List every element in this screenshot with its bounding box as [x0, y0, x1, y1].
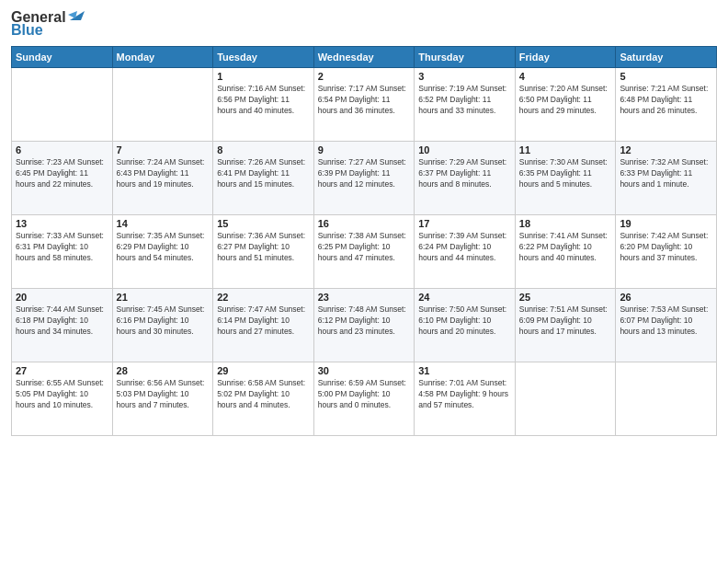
day-cell: 5Sunrise: 7:21 AM Sunset: 6:48 PM Daylig… — [616, 68, 717, 142]
day-info: Sunrise: 7:32 AM Sunset: 6:33 PM Dayligh… — [620, 157, 712, 190]
day-info: Sunrise: 7:23 AM Sunset: 6:45 PM Dayligh… — [16, 157, 108, 190]
day-info: Sunrise: 7:17 AM Sunset: 6:54 PM Dayligh… — [318, 84, 411, 117]
day-info: Sunrise: 6:58 AM Sunset: 5:02 PM Dayligh… — [217, 378, 310, 411]
day-cell: 29Sunrise: 6:58 AM Sunset: 5:02 PM Dayli… — [213, 362, 314, 436]
day-cell: 10Sunrise: 7:29 AM Sunset: 6:37 PM Dayli… — [415, 142, 516, 215]
day-info: Sunrise: 7:51 AM Sunset: 6:09 PM Dayligh… — [519, 304, 612, 338]
day-info: Sunrise: 7:21 AM Sunset: 6:48 PM Dayligh… — [620, 84, 712, 117]
day-cell: 9Sunrise: 7:27 AM Sunset: 6:39 PM Daylig… — [313, 142, 415, 215]
day-number: 24 — [418, 292, 511, 303]
day-number: 8 — [217, 144, 310, 155]
logo-container: General Blue — [11, 9, 85, 39]
weekday-friday: Friday — [515, 47, 616, 68]
calendar-body: 1Sunrise: 7:16 AM Sunset: 6:56 PM Daylig… — [12, 68, 717, 436]
day-number: 21 — [117, 292, 210, 303]
week-row-1: 1Sunrise: 7:16 AM Sunset: 6:56 PM Daylig… — [12, 68, 717, 142]
day-number: 1 — [217, 71, 310, 82]
day-cell: 27Sunrise: 6:55 AM Sunset: 5:05 PM Dayli… — [12, 362, 113, 436]
day-number: 6 — [16, 144, 108, 155]
day-info: Sunrise: 6:59 AM Sunset: 5:00 PM Dayligh… — [318, 378, 411, 411]
day-number: 4 — [519, 71, 612, 82]
day-info: Sunrise: 7:26 AM Sunset: 6:41 PM Dayligh… — [217, 157, 310, 190]
day-info: Sunrise: 7:44 AM Sunset: 6:18 PM Dayligh… — [16, 304, 108, 338]
day-number: 27 — [16, 365, 108, 376]
weekday-thursday: Thursday — [415, 47, 516, 68]
calendar-table: SundayMondayTuesdayWednesdayThursdayFrid… — [11, 46, 717, 436]
day-info: Sunrise: 7:38 AM Sunset: 6:25 PM Dayligh… — [318, 231, 411, 264]
day-number: 20 — [16, 292, 108, 303]
day-cell: 14Sunrise: 7:35 AM Sunset: 6:29 PM Dayli… — [112, 215, 213, 289]
day-info: Sunrise: 7:47 AM Sunset: 6:14 PM Dayligh… — [217, 304, 310, 338]
day-cell: 11Sunrise: 7:30 AM Sunset: 6:35 PM Dayli… — [515, 142, 616, 215]
day-number: 5 — [620, 71, 712, 82]
day-number: 26 — [620, 292, 712, 303]
day-cell: 7Sunrise: 7:24 AM Sunset: 6:43 PM Daylig… — [112, 142, 213, 215]
day-info: Sunrise: 7:29 AM Sunset: 6:37 PM Dayligh… — [418, 157, 511, 190]
day-number: 10 — [418, 144, 511, 155]
day-cell: 3Sunrise: 7:19 AM Sunset: 6:52 PM Daylig… — [415, 68, 516, 142]
day-number: 3 — [418, 71, 511, 82]
day-number: 23 — [318, 292, 411, 303]
day-cell: 22Sunrise: 7:47 AM Sunset: 6:14 PM Dayli… — [213, 289, 314, 362]
day-cell — [12, 68, 113, 142]
day-cell: 16Sunrise: 7:38 AM Sunset: 6:25 PM Dayli… — [313, 215, 415, 289]
day-cell: 31Sunrise: 7:01 AM Sunset: 4:58 PM Dayli… — [415, 362, 516, 436]
day-cell: 28Sunrise: 6:56 AM Sunset: 5:03 PM Dayli… — [112, 362, 213, 436]
day-cell: 23Sunrise: 7:48 AM Sunset: 6:12 PM Dayli… — [313, 289, 415, 362]
day-info: Sunrise: 7:35 AM Sunset: 6:29 PM Dayligh… — [117, 231, 210, 264]
day-number: 29 — [217, 365, 310, 376]
calendar-page: General Blue SundayMondayTuesdayWednesda… — [0, 0, 728, 563]
day-number: 7 — [117, 144, 210, 155]
weekday-sunday: Sunday — [12, 47, 113, 68]
day-cell: 25Sunrise: 7:51 AM Sunset: 6:09 PM Dayli… — [515, 289, 616, 362]
logo: General Blue — [11, 9, 85, 39]
week-row-5: 27Sunrise: 6:55 AM Sunset: 5:05 PM Dayli… — [12, 362, 717, 436]
day-cell: 18Sunrise: 7:41 AM Sunset: 6:22 PM Dayli… — [515, 215, 616, 289]
day-cell: 19Sunrise: 7:42 AM Sunset: 6:20 PM Dayli… — [616, 215, 717, 289]
logo-bird-icon — [68, 7, 85, 20]
day-number: 28 — [117, 365, 210, 376]
day-number: 13 — [16, 218, 108, 229]
day-info: Sunrise: 7:41 AM Sunset: 6:22 PM Dayligh… — [519, 231, 612, 264]
logo-blue-text: Blue — [11, 22, 43, 39]
weekday-monday: Monday — [112, 47, 213, 68]
day-info: Sunrise: 7:27 AM Sunset: 6:39 PM Dayligh… — [318, 157, 411, 190]
day-cell — [616, 362, 717, 436]
day-cell — [515, 362, 616, 436]
day-number: 18 — [519, 218, 612, 229]
day-cell: 1Sunrise: 7:16 AM Sunset: 6:56 PM Daylig… — [213, 68, 314, 142]
weekday-header-row: SundayMondayTuesdayWednesdayThursdayFrid… — [12, 47, 717, 68]
day-info: Sunrise: 7:45 AM Sunset: 6:16 PM Dayligh… — [117, 304, 210, 338]
day-info: Sunrise: 7:20 AM Sunset: 6:50 PM Dayligh… — [519, 84, 612, 117]
day-number: 19 — [620, 218, 712, 229]
day-cell: 2Sunrise: 7:17 AM Sunset: 6:54 PM Daylig… — [313, 68, 415, 142]
day-info: Sunrise: 7:39 AM Sunset: 6:24 PM Dayligh… — [418, 231, 511, 264]
day-cell: 13Sunrise: 7:33 AM Sunset: 6:31 PM Dayli… — [12, 215, 113, 289]
day-info: Sunrise: 6:56 AM Sunset: 5:03 PM Dayligh… — [117, 378, 210, 411]
header: General Blue — [11, 9, 717, 39]
day-info: Sunrise: 7:42 AM Sunset: 6:20 PM Dayligh… — [620, 231, 712, 264]
day-cell: 26Sunrise: 7:53 AM Sunset: 6:07 PM Dayli… — [616, 289, 717, 362]
day-number: 11 — [519, 144, 612, 155]
day-number: 9 — [318, 144, 411, 155]
day-cell: 8Sunrise: 7:26 AM Sunset: 6:41 PM Daylig… — [213, 142, 314, 215]
day-number: 22 — [217, 292, 310, 303]
week-row-4: 20Sunrise: 7:44 AM Sunset: 6:18 PM Dayli… — [12, 289, 717, 362]
day-cell: 4Sunrise: 7:20 AM Sunset: 6:50 PM Daylig… — [515, 68, 616, 142]
day-info: Sunrise: 7:36 AM Sunset: 6:27 PM Dayligh… — [217, 231, 310, 264]
weekday-saturday: Saturday — [616, 47, 717, 68]
day-info: Sunrise: 7:33 AM Sunset: 6:31 PM Dayligh… — [16, 231, 108, 264]
day-info: Sunrise: 7:48 AM Sunset: 6:12 PM Dayligh… — [318, 304, 411, 338]
day-cell: 30Sunrise: 6:59 AM Sunset: 5:00 PM Dayli… — [313, 362, 415, 436]
day-cell: 24Sunrise: 7:50 AM Sunset: 6:10 PM Dayli… — [415, 289, 516, 362]
day-number: 2 — [318, 71, 411, 82]
weekday-wednesday: Wednesday — [313, 47, 415, 68]
day-cell: 12Sunrise: 7:32 AM Sunset: 6:33 PM Dayli… — [616, 142, 717, 215]
day-cell: 20Sunrise: 7:44 AM Sunset: 6:18 PM Dayli… — [12, 289, 113, 362]
day-info: Sunrise: 7:16 AM Sunset: 6:56 PM Dayligh… — [217, 84, 310, 117]
day-info: Sunrise: 7:53 AM Sunset: 6:07 PM Dayligh… — [620, 304, 712, 338]
day-info: Sunrise: 6:55 AM Sunset: 5:05 PM Dayligh… — [16, 378, 108, 411]
week-row-2: 6Sunrise: 7:23 AM Sunset: 6:45 PM Daylig… — [12, 142, 717, 215]
day-number: 30 — [318, 365, 411, 376]
week-row-3: 13Sunrise: 7:33 AM Sunset: 6:31 PM Dayli… — [12, 215, 717, 289]
